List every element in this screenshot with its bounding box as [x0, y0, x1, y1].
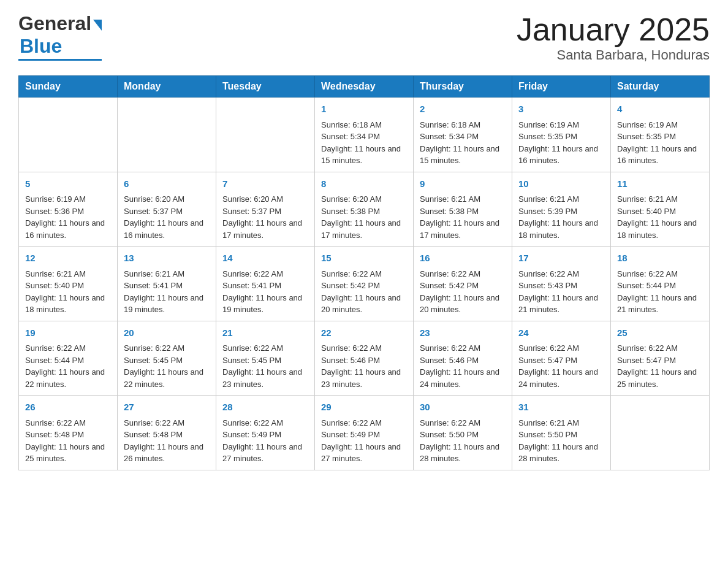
day-info: Sunrise: 6:22 AMSunset: 5:47 PMDaylight:…	[617, 342, 703, 390]
logo-general: General	[18, 12, 91, 35]
calendar-table: Sunday Monday Tuesday Wednesday Thursday…	[18, 75, 710, 470]
logo-blue: Blue	[20, 35, 62, 58]
table-row: 15Sunrise: 6:22 AMSunset: 5:42 PMDayligh…	[315, 247, 414, 321]
day-number: 1	[321, 102, 407, 117]
day-info: Sunrise: 6:19 AMSunset: 5:35 PMDaylight:…	[617, 119, 703, 167]
table-row: 29Sunrise: 6:22 AMSunset: 5:49 PMDayligh…	[315, 396, 414, 470]
table-row: 7Sunrise: 6:20 AMSunset: 5:37 PMDaylight…	[216, 172, 315, 247]
day-info: Sunrise: 6:21 AMSunset: 5:38 PMDaylight:…	[420, 193, 506, 241]
day-info: Sunrise: 6:22 AMSunset: 5:46 PMDaylight:…	[321, 342, 407, 390]
table-row: 19Sunrise: 6:22 AMSunset: 5:44 PMDayligh…	[19, 321, 118, 396]
day-number: 5	[25, 177, 111, 191]
day-info: Sunrise: 6:22 AMSunset: 5:42 PMDaylight:…	[321, 268, 407, 316]
day-info: Sunrise: 6:21 AMSunset: 5:40 PMDaylight:…	[25, 268, 111, 316]
table-row: 8Sunrise: 6:20 AMSunset: 5:38 PMDaylight…	[315, 172, 414, 247]
table-row: 12Sunrise: 6:21 AMSunset: 5:40 PMDayligh…	[19, 247, 118, 321]
day-number: 3	[518, 102, 604, 117]
table-row: 23Sunrise: 6:22 AMSunset: 5:46 PMDayligh…	[414, 321, 512, 396]
calendar-week-row: 1Sunrise: 6:18 AMSunset: 5:34 PMDaylight…	[19, 98, 710, 172]
calendar-header-row: Sunday Monday Tuesday Wednesday Thursday…	[19, 76, 710, 98]
table-row: 4Sunrise: 6:19 AMSunset: 5:35 PMDaylight…	[611, 98, 710, 172]
table-row: 14Sunrise: 6:22 AMSunset: 5:41 PMDayligh…	[216, 247, 315, 321]
table-row: 17Sunrise: 6:22 AMSunset: 5:43 PMDayligh…	[512, 247, 611, 321]
day-number: 28	[222, 400, 308, 415]
day-number: 27	[124, 400, 210, 415]
page-header: General Blue January 2025 Santa Barbara,…	[18, 12, 710, 63]
day-info: Sunrise: 6:22 AMSunset: 5:50 PMDaylight:…	[420, 417, 506, 465]
table-row: 2Sunrise: 6:18 AMSunset: 5:34 PMDaylight…	[414, 98, 512, 172]
day-info: Sunrise: 6:19 AMSunset: 5:36 PMDaylight:…	[25, 193, 111, 241]
table-row: 16Sunrise: 6:22 AMSunset: 5:42 PMDayligh…	[414, 247, 512, 321]
table-row: 24Sunrise: 6:22 AMSunset: 5:47 PMDayligh…	[512, 321, 611, 396]
day-number: 7	[222, 177, 308, 191]
table-row	[19, 98, 118, 172]
col-monday: Monday	[118, 76, 216, 98]
table-row: 21Sunrise: 6:22 AMSunset: 5:45 PMDayligh…	[216, 321, 315, 396]
table-row: 20Sunrise: 6:22 AMSunset: 5:45 PMDayligh…	[118, 321, 216, 396]
calendar-week-row: 12Sunrise: 6:21 AMSunset: 5:40 PMDayligh…	[19, 247, 710, 321]
day-number: 22	[321, 326, 407, 340]
day-info: Sunrise: 6:19 AMSunset: 5:35 PMDaylight:…	[518, 119, 604, 167]
title-block: January 2025 Santa Barbara, Honduras	[517, 12, 710, 63]
day-info: Sunrise: 6:20 AMSunset: 5:37 PMDaylight:…	[222, 193, 308, 241]
day-number: 4	[617, 102, 703, 117]
col-saturday: Saturday	[611, 76, 710, 98]
table-row: 10Sunrise: 6:21 AMSunset: 5:39 PMDayligh…	[512, 172, 611, 247]
day-number: 31	[518, 400, 604, 415]
logo-triangle-icon	[93, 20, 102, 31]
day-info: Sunrise: 6:22 AMSunset: 5:41 PMDaylight:…	[222, 268, 308, 316]
col-friday: Friday	[512, 76, 611, 98]
day-number: 8	[321, 177, 407, 191]
day-number: 14	[222, 251, 308, 266]
table-row: 22Sunrise: 6:22 AMSunset: 5:46 PMDayligh…	[315, 321, 414, 396]
day-number: 9	[420, 177, 506, 191]
calendar-week-row: 26Sunrise: 6:22 AMSunset: 5:48 PMDayligh…	[19, 396, 710, 470]
table-row: 13Sunrise: 6:21 AMSunset: 5:41 PMDayligh…	[118, 247, 216, 321]
col-thursday: Thursday	[414, 76, 512, 98]
day-number: 24	[518, 326, 604, 340]
day-info: Sunrise: 6:22 AMSunset: 5:47 PMDaylight:…	[518, 342, 604, 390]
day-number: 15	[321, 251, 407, 266]
day-info: Sunrise: 6:22 AMSunset: 5:43 PMDaylight:…	[518, 268, 604, 316]
table-row: 25Sunrise: 6:22 AMSunset: 5:47 PMDayligh…	[611, 321, 710, 396]
day-info: Sunrise: 6:22 AMSunset: 5:45 PMDaylight:…	[124, 342, 210, 390]
col-wednesday: Wednesday	[315, 76, 414, 98]
day-info: Sunrise: 6:21 AMSunset: 5:41 PMDaylight:…	[124, 268, 210, 316]
table-row: 28Sunrise: 6:22 AMSunset: 5:49 PMDayligh…	[216, 396, 315, 470]
day-number: 25	[617, 326, 703, 340]
day-number: 16	[420, 251, 506, 266]
day-number: 12	[25, 251, 111, 266]
day-number: 6	[124, 177, 210, 191]
table-row: 11Sunrise: 6:21 AMSunset: 5:40 PMDayligh…	[611, 172, 710, 247]
table-row	[118, 98, 216, 172]
table-row: 5Sunrise: 6:19 AMSunset: 5:36 PMDaylight…	[19, 172, 118, 247]
day-number: 23	[420, 326, 506, 340]
day-info: Sunrise: 6:22 AMSunset: 5:45 PMDaylight:…	[222, 342, 308, 390]
day-number: 17	[518, 251, 604, 266]
day-info: Sunrise: 6:20 AMSunset: 5:38 PMDaylight:…	[321, 193, 407, 241]
day-info: Sunrise: 6:21 AMSunset: 5:40 PMDaylight:…	[617, 193, 703, 241]
day-number: 21	[222, 326, 308, 340]
day-info: Sunrise: 6:21 AMSunset: 5:50 PMDaylight:…	[518, 417, 604, 465]
table-row: 9Sunrise: 6:21 AMSunset: 5:38 PMDaylight…	[414, 172, 512, 247]
table-row: 27Sunrise: 6:22 AMSunset: 5:48 PMDayligh…	[118, 396, 216, 470]
day-number: 30	[420, 400, 506, 415]
day-number: 2	[420, 102, 506, 117]
table-row	[216, 98, 315, 172]
day-number: 20	[124, 326, 210, 340]
day-number: 13	[124, 251, 210, 266]
day-number: 11	[617, 177, 703, 191]
table-row: 31Sunrise: 6:21 AMSunset: 5:50 PMDayligh…	[512, 396, 611, 470]
day-info: Sunrise: 6:22 AMSunset: 5:42 PMDaylight:…	[420, 268, 506, 316]
col-sunday: Sunday	[19, 76, 118, 98]
table-row: 3Sunrise: 6:19 AMSunset: 5:35 PMDaylight…	[512, 98, 611, 172]
day-number: 18	[617, 251, 703, 266]
day-info: Sunrise: 6:22 AMSunset: 5:44 PMDaylight:…	[25, 342, 111, 390]
day-info: Sunrise: 6:22 AMSunset: 5:49 PMDaylight:…	[222, 417, 308, 465]
day-info: Sunrise: 6:22 AMSunset: 5:48 PMDaylight:…	[124, 417, 210, 465]
logo: General Blue	[18, 12, 102, 61]
day-info: Sunrise: 6:18 AMSunset: 5:34 PMDaylight:…	[420, 119, 506, 167]
day-number: 19	[25, 326, 111, 340]
day-info: Sunrise: 6:20 AMSunset: 5:37 PMDaylight:…	[124, 193, 210, 241]
table-row: 30Sunrise: 6:22 AMSunset: 5:50 PMDayligh…	[414, 396, 512, 470]
